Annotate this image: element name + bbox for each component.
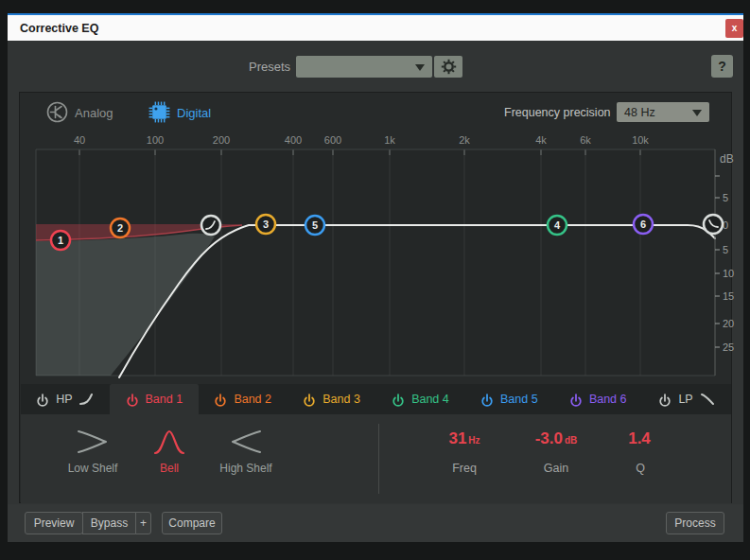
tab-label: Band 2 [234,393,271,406]
eq-node-band3[interactable]: 3 [256,215,275,234]
presets-dropdown[interactable] [296,56,432,78]
tab-label: LP [678,393,692,406]
controls-divider [378,424,379,494]
tab-band-1[interactable]: Band 1 [110,384,199,414]
power-icon[interactable] [480,392,494,407]
dropdown-arrow-icon [415,64,425,71]
tab-band-5[interactable]: Band 5 [464,384,553,414]
tab-label: HP [56,393,72,406]
svg-text:400: 400 [285,134,302,146]
svg-text:5: 5 [723,244,728,255]
tab-label: Band 6 [589,393,627,406]
footer-bar: Preview Bypass + Compare Process [8,504,743,542]
svg-text:2k: 2k [459,134,470,146]
q-label: Q [598,462,683,475]
power-icon[interactable] [36,392,49,407]
svg-text:6: 6 [640,219,646,230]
eq-node-hp[interactable] [201,216,220,235]
frequency-precision-dropdown[interactable]: 48 Hz [617,102,709,122]
tab-band-6[interactable]: Band 6 [553,384,642,414]
compare-button[interactable]: Compare [162,512,222,534]
shape-label: Low Shelf [57,462,129,475]
power-icon[interactable] [214,392,227,407]
eq-node-band1[interactable]: 1 [51,231,70,250]
svg-text:40: 40 [74,134,85,146]
tab-label: Band 3 [323,393,360,406]
gear-icon [441,59,457,75]
svg-text:4k: 4k [535,134,547,146]
power-icon[interactable] [126,392,139,407]
svg-text:6k: 6k [580,134,591,146]
close-button[interactable]: x [725,19,743,38]
freq-unit: Hz [468,435,480,446]
low-shelf-icon [76,428,110,456]
hp-curve-icon [79,393,95,406]
lp-curve-icon [700,393,715,406]
band-controls: Low Shelf Bell High Shelf 31Hz Freq -3.0… [21,414,731,503]
band-tab-bar: HP Band 1 Band 2 Band 3 Band 4 [21,384,731,414]
svg-text:20: 20 [723,318,734,329]
gain-label: Gain [514,462,599,475]
eq-node-band4[interactable]: 4 [548,216,567,235]
freq-label: Freq [422,462,507,475]
digital-chip-icon[interactable] [148,100,171,124]
shape-label: Bell [133,462,205,475]
window-body: Presets ? [8,41,743,542]
tab-band-2[interactable]: Band 2 [199,384,288,414]
freq-value[interactable]: 31 [448,429,466,447]
power-icon[interactable] [658,392,672,407]
svg-text:200: 200 [213,134,230,146]
svg-text:3: 3 [263,219,269,230]
tab-band-3[interactable]: Band 3 [288,384,376,414]
eq-node-band2[interactable]: 2 [111,219,130,237]
eq-curve-display[interactable]: 401002004006001k2k4k6k10k50510152025dB12… [29,133,737,381]
svg-text:10k: 10k [632,134,649,146]
shape-label: High Shelf [210,462,282,475]
digital-mode-label[interactable]: Digital [177,106,211,120]
process-button[interactable]: Process [666,512,724,534]
q-value[interactable]: 1.4 [628,429,651,447]
svg-text:5: 5 [312,219,318,231]
preset-options-button[interactable] [434,56,462,78]
corrective-eq-window: Corrective EQ x Presets ? [0,0,750,560]
preview-button[interactable]: Preview [25,512,83,534]
freq-param[interactable]: 31Hz Freq [422,429,507,475]
shape-high-shelf-button[interactable]: High Shelf [210,428,282,475]
help-button[interactable]: ? [711,55,733,78]
q-param[interactable]: 1.4 Q [598,429,683,475]
power-icon[interactable] [303,392,316,407]
eq-node-band5[interactable]: 5 [305,216,324,235]
tab-label: Band 1 [146,393,183,406]
eq-node-lp[interactable] [704,215,723,234]
svg-text:600: 600 [324,134,341,146]
svg-text:25: 25 [723,341,734,353]
tab-label: Band 4 [411,393,449,406]
analog-mode-label[interactable]: Analog [75,106,113,120]
svg-text:dB: dB [720,152,734,166]
shape-low-shelf-button[interactable]: Low Shelf [57,428,129,475]
gain-param[interactable]: -3.0dB Gain [514,429,599,475]
svg-text:10: 10 [723,268,734,279]
gain-value[interactable]: -3.0 [535,429,563,447]
add-bypass-button[interactable]: + [135,512,151,534]
svg-text:1k: 1k [384,134,395,146]
frequency-precision-label: Frequency precision [504,106,611,119]
bypass-button[interactable]: Bypass [82,512,136,534]
presets-label: Presets [249,60,290,74]
frequency-precision-value: 48 Hz [624,106,655,119]
power-icon[interactable] [392,392,405,407]
power-icon[interactable] [569,392,583,407]
shape-bell-button[interactable]: Bell [133,428,205,475]
tab-hp[interactable]: HP [21,384,110,414]
dropdown-arrow-icon [692,110,702,116]
eq-node-band6[interactable]: 6 [634,215,653,234]
svg-text:100: 100 [147,134,164,146]
eq-panel: Analog Digital Frequency precision 48 Hz… [19,92,732,503]
window-title: Corrective EQ [20,22,98,35]
tab-lp[interactable]: LP [642,384,731,414]
tab-band-4[interactable]: Band 4 [376,384,465,414]
analog-tube-icon[interactable] [45,100,69,124]
gain-unit: dB [565,435,577,446]
svg-text:5: 5 [723,192,728,203]
svg-text:4: 4 [554,219,561,231]
